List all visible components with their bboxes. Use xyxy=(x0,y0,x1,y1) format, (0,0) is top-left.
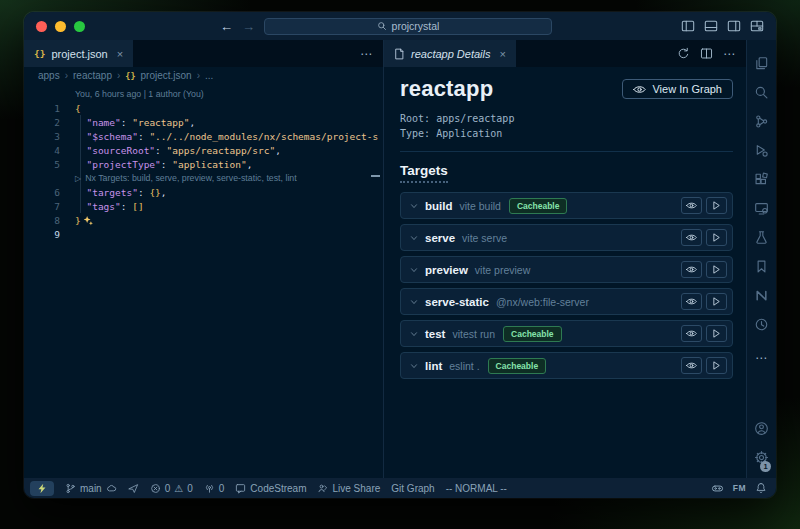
command-center[interactable]: projcrystal xyxy=(264,18,552,35)
run-target-button[interactable] xyxy=(706,197,727,214)
chevron-down-icon[interactable] xyxy=(409,329,419,339)
chevron-down-icon[interactable] xyxy=(409,265,419,275)
play-icon xyxy=(711,328,722,339)
more-actions-icon[interactable]: ⋯ xyxy=(723,47,736,61)
customize-layout-icon[interactable] xyxy=(750,19,764,33)
refresh-icon[interactable] xyxy=(677,47,690,60)
show-target-config-button[interactable] xyxy=(681,325,702,342)
code-text: } xyxy=(75,215,94,226)
codestream-indicator[interactable]: CodeStream xyxy=(235,483,306,494)
back-button[interactable]: ← xyxy=(220,20,233,33)
chevron-down-icon[interactable] xyxy=(409,201,419,211)
close-tab-icon[interactable]: × xyxy=(117,48,123,60)
run-target-button[interactable] xyxy=(706,261,727,278)
titlebar[interactable]: ← → projcrystal xyxy=(24,12,776,40)
forward-button[interactable]: → xyxy=(242,20,255,33)
breadcrumb-apps[interactable]: apps xyxy=(38,70,60,81)
search-icon[interactable] xyxy=(754,78,769,107)
testing-icon[interactable] xyxy=(754,223,769,252)
toggle-panel-icon[interactable] xyxy=(704,19,718,33)
target-command: eslint . xyxy=(449,360,479,372)
remote-explorer-icon[interactable] xyxy=(754,194,769,223)
targets-list: build vite build Cacheable serve vite se… xyxy=(400,192,733,379)
breadcrumb-file[interactable]: project.json xyxy=(141,70,192,81)
run-target-button[interactable] xyxy=(706,325,727,342)
codelens-line: You, 6 hours ago | 1 author (You) xyxy=(24,87,383,101)
target-command: @nx/web:file-server xyxy=(496,296,589,308)
explorer-icon[interactable] xyxy=(754,49,769,78)
sparkle-icon xyxy=(83,215,94,226)
eye-icon xyxy=(686,296,697,307)
split-editor-icon[interactable] xyxy=(700,47,713,60)
target-row[interactable]: serve-static @nx/web:file-server xyxy=(400,288,733,315)
json-file-icon: {} xyxy=(125,71,135,81)
codelens[interactable]: You, 6 hours ago | 1 author (You) xyxy=(75,89,204,99)
code-line: 1{ xyxy=(24,101,383,115)
show-target-config-button[interactable] xyxy=(681,197,702,214)
view-in-graph-button[interactable]: View In Graph xyxy=(622,79,733,99)
show-target-config-button[interactable] xyxy=(681,261,702,278)
branch-indicator[interactable]: main xyxy=(65,483,117,494)
remote-indicator[interactable] xyxy=(30,481,54,496)
ports-indicator[interactable]: 0 xyxy=(204,483,225,494)
maximize-window-button[interactable] xyxy=(74,21,85,32)
eye-icon xyxy=(686,200,697,211)
toggle-sidebar-icon[interactable] xyxy=(681,19,695,33)
settings-gear-icon[interactable]: 1 xyxy=(754,443,769,472)
show-target-config-button[interactable] xyxy=(681,229,702,246)
chevron-right-icon: › xyxy=(197,70,200,81)
project-root: apps/reactapp xyxy=(436,113,514,124)
bell-icon[interactable] xyxy=(755,482,767,494)
run-target-button[interactable] xyxy=(706,229,727,246)
activity-bar: ⋯ 1 xyxy=(746,40,776,478)
target-row[interactable]: preview vite preview xyxy=(400,256,733,283)
tab-project-json[interactable]: {} project.json × xyxy=(24,40,133,67)
cacheable-badge: Cacheable xyxy=(503,326,562,342)
toggle-secondary-sidebar-icon[interactable] xyxy=(727,19,741,33)
chevron-down-icon[interactable] xyxy=(409,361,419,371)
run-and-debug-icon[interactable] xyxy=(754,136,769,165)
gitgraph-label: Git Graph xyxy=(391,483,434,494)
target-command: vitest run xyxy=(452,328,495,340)
target-row[interactable]: lint eslint . Cacheable xyxy=(400,352,733,379)
target-row[interactable]: test vitest run Cacheable xyxy=(400,320,733,347)
gitgraph-indicator[interactable]: Git Graph xyxy=(391,483,434,494)
target-row[interactable]: build vite build Cacheable xyxy=(400,192,733,219)
launch-indicator[interactable] xyxy=(128,483,139,494)
line-number: 3 xyxy=(24,131,60,142)
vim-mode-indicator[interactable]: -- NORMAL -- xyxy=(446,483,507,494)
run-target-button[interactable] xyxy=(706,293,727,310)
code-line: 5 "projectType": "application", xyxy=(24,157,383,171)
run-target-button[interactable] xyxy=(706,357,727,374)
chevron-down-icon[interactable] xyxy=(409,233,419,243)
tab-reactapp-details[interactable]: reactapp Details × xyxy=(384,40,516,67)
line-number: 6 xyxy=(24,187,60,198)
breadcrumb-reactapp[interactable]: reactapp xyxy=(73,70,112,81)
more-actions-icon[interactable]: ⋯ xyxy=(360,47,373,61)
code-editor[interactable]: You, 6 hours ago | 1 author (You)1{2 "na… xyxy=(24,84,383,478)
problems-indicator[interactable]: 0 ⚠ 0 xyxy=(150,483,193,494)
account-icon[interactable] xyxy=(754,414,769,443)
chevron-down-icon[interactable] xyxy=(409,297,419,307)
extensions-icon[interactable] xyxy=(754,165,769,194)
bookmarks-icon[interactable] xyxy=(754,252,769,281)
show-target-config-button[interactable] xyxy=(681,293,702,310)
breadcrumb-symbol[interactable]: ... xyxy=(205,70,213,81)
copilot-icon[interactable] xyxy=(711,482,724,495)
nx-console-icon[interactable] xyxy=(754,281,769,310)
breadcrumb[interactable]: apps › reactapp › {} project.json › ... xyxy=(24,67,383,84)
source-control-icon[interactable] xyxy=(754,107,769,136)
timeline-icon[interactable] xyxy=(754,310,769,339)
codelens[interactable]: ▷Nx Targets: build, serve, preview, serv… xyxy=(75,173,297,183)
fm-indicator[interactable]: FM xyxy=(733,483,746,493)
play-icon xyxy=(711,264,722,275)
play-icon xyxy=(711,200,722,211)
target-row[interactable]: serve vite serve xyxy=(400,224,733,251)
close-window-button[interactable] xyxy=(36,21,47,32)
warning-icon: ⚠ xyxy=(174,483,183,494)
liveshare-indicator[interactable]: Live Share xyxy=(317,483,380,494)
close-tab-icon[interactable]: × xyxy=(500,48,506,60)
more-views-icon[interactable]: ⋯ xyxy=(755,345,768,371)
show-target-config-button[interactable] xyxy=(681,357,702,374)
minimize-window-button[interactable] xyxy=(55,21,66,32)
